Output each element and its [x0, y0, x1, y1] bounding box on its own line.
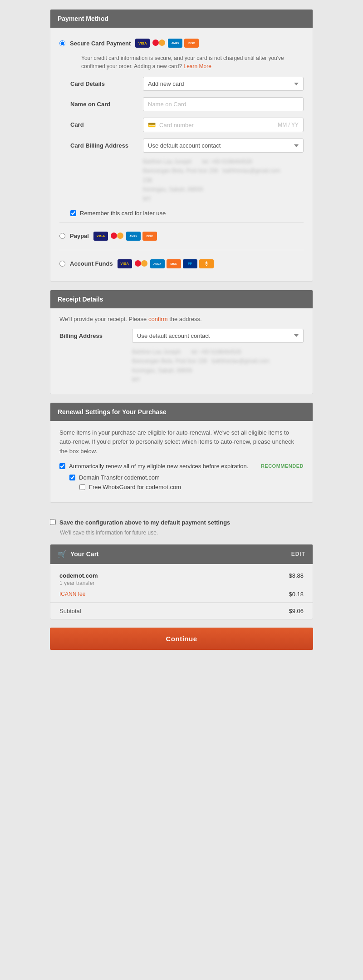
receipt-info-end: the address. — [169, 316, 202, 322]
cart-icann-fee-price: $0.18 — [289, 591, 304, 598]
remember-card-label: Remember this card for later use — [80, 210, 166, 217]
receipt-info-content: We'll provide your receipt. Please — [59, 316, 147, 322]
receipt-details-header: Receipt Details — [50, 290, 313, 308]
card-chip-icon: 💳 — [148, 121, 156, 129]
renewal-settings-header: Renewal Settings for Your Purchase — [50, 403, 313, 421]
account-funds-radio[interactable] — [59, 261, 65, 267]
domain-transfer-label: Domain Transfer codemot.com — [79, 474, 160, 481]
card-icons-secure: VISA AMEX DISC — [135, 39, 199, 48]
billing-address-label: Billing Address — [59, 329, 132, 339]
save-config-desc: We'll save this information for future u… — [60, 530, 313, 536]
discover-icon-af: DISC — [167, 259, 181, 268]
cart-title: Your Cart — [70, 550, 99, 558]
whoisguard-checkbox[interactable] — [79, 484, 85, 490]
domain-transfer-checkbox[interactable] — [69, 475, 75, 480]
card-billing-blurred-address: Bahfren Lau Joseph tel: +60 0198464528 B… — [143, 157, 304, 203]
receipt-blurred-line1: Bahfren Lau Joseph tel: +60 0198464528 — [132, 347, 304, 356]
cart-item-main: codemot.com 1 year transfer $8.88 — [59, 570, 304, 589]
blurred-line1: Bahfren Lau Joseph tel: +60 0198464528 — [143, 157, 304, 166]
blurred-line3: 238 — [143, 176, 304, 185]
blurred-line2: Bancangan Beta, Post box 238 bathfreniau… — [143, 166, 304, 175]
mastercard-icon — [152, 39, 166, 48]
mc-icon-paypal — [110, 232, 124, 241]
bitcoin-icon-af: ₿ — [199, 259, 214, 268]
card-details-row: Card Details Add new card — [70, 77, 304, 91]
cart-panel: 🛒 Your Cart EDIT codemot.com 1 year tran… — [50, 544, 313, 619]
cart-item-name: codemot.com — [59, 572, 98, 579]
amex-icon-af: AMEX — [150, 259, 165, 268]
blurred-line5: MY — [143, 194, 304, 203]
cart-icon: 🛒 — [58, 550, 67, 559]
continue-button[interactable]: Continue — [50, 628, 313, 650]
card-billing-address-control: Use default account contact Bahfren Lau … — [143, 139, 304, 203]
receipt-blurred-line4: MY — [132, 375, 304, 384]
cart-item-info: codemot.com 1 year transfer — [59, 572, 98, 587]
card-billing-address-select[interactable]: Use default account contact — [143, 139, 304, 153]
auto-renew-row: Automatically renew all of my eligible n… — [59, 463, 304, 470]
card-details-control: Add new card — [143, 77, 304, 91]
card-billing-address-row: Card Billing Address Use default account… — [70, 139, 304, 203]
name-on-card-row: Name on Card — [70, 97, 304, 111]
receipt-details-title: Receipt Details — [58, 296, 103, 303]
renewal-settings-panel: Renewal Settings for Your Purchase Some … — [50, 402, 313, 503]
cart-icann-fee-row: ICANN fee $0.18 — [59, 589, 304, 599]
learn-more-link[interactable]: Learn More — [183, 63, 211, 69]
discover-icon-paypal: DISC — [142, 232, 157, 241]
cart-header: 🛒 Your Cart EDIT — [50, 544, 313, 564]
renewal-settings-title: Renewal Settings for Your Purchase — [58, 408, 167, 416]
cart-item-description: 1 year transfer — [59, 580, 98, 586]
renewal-description: Some items in your purchase are eligible… — [59, 428, 304, 456]
cart-item-price: $8.88 — [289, 572, 304, 587]
blurred-line4: Keningau, Sabah, 89009 — [143, 185, 304, 194]
amex-icon: AMEX — [168, 39, 182, 48]
cart-subtotal-section: Subtotal $9.06 — [50, 603, 313, 619]
whoisguard-label: Free WhoisGuard for codemot.com — [89, 484, 181, 490]
card-details-select[interactable]: Add new card — [143, 77, 304, 91]
name-on-card-label: Name on Card — [70, 97, 143, 108]
card-number-wrap: 💳 MM / YY — [143, 118, 304, 132]
save-config-section: Save the configuration above to my defau… — [50, 511, 313, 536]
discover-icon: DISC — [184, 39, 199, 48]
visa-icon-paypal: VISA — [93, 232, 108, 241]
card-number-input[interactable] — [159, 122, 274, 129]
billing-address-row: Billing Address Use default account cont… — [59, 329, 304, 385]
payment-method-header: Payment Method — [50, 10, 313, 28]
secure-card-radio[interactable] — [59, 40, 65, 46]
save-config-checkbox[interactable] — [50, 519, 56, 525]
paypal-option[interactable]: Paypal VISA AMEX DISC — [59, 228, 304, 244]
cart-edit-button[interactable]: EDIT — [291, 551, 305, 557]
secure-card-info: Your credit card information is secure, … — [81, 54, 304, 70]
secure-card-label: Secure Card Payment — [70, 40, 131, 47]
secure-card-option[interactable]: Secure Card Payment VISA AMEX DISC — [59, 35, 304, 51]
renewal-sub-item-whois: Free WhoisGuard for codemot.com — [79, 484, 304, 490]
visa-icon: VISA — [135, 39, 150, 48]
card-icons-paypal: VISA AMEX DISC — [93, 232, 157, 241]
name-on-card-control — [143, 97, 304, 111]
secure-card-details: Your credit card information is secure, … — [70, 54, 304, 217]
recommended-badge: RECOMMENDED — [261, 463, 304, 469]
cart-item-section: codemot.com 1 year transfer $8.88 ICANN … — [50, 564, 313, 603]
card-expiry: MM / YY — [278, 122, 299, 128]
receipt-info-text: We'll provide your receipt. Please confi… — [59, 316, 304, 322]
cart-icann-fee-label[interactable]: ICANN fee — [59, 591, 85, 598]
auto-renew-checkbox[interactable] — [59, 463, 65, 469]
cart-subtotal-label: Subtotal — [59, 608, 81, 614]
card-billing-address-label: Card Billing Address — [70, 139, 143, 149]
receipt-confirm-link[interactable]: confirm — [148, 316, 168, 322]
receipt-blurred-address: Bahfren Lau Joseph tel: +60 0198464528 B… — [132, 347, 304, 385]
paypal-label: Paypal — [70, 233, 89, 239]
billing-address-select[interactable]: Use default account contact — [132, 329, 304, 343]
payment-method-title: Payment Method — [58, 15, 108, 22]
renewal-sub-item-domain: Domain Transfer codemot.com — [69, 474, 304, 481]
receipt-details-panel: Receipt Details We'll provide your recei… — [50, 290, 313, 394]
card-number-row: Card 💳 MM / YY — [70, 118, 304, 132]
card-label: Card — [70, 118, 143, 128]
remember-card-row: Remember this card for later use — [70, 210, 304, 217]
card-number-control: 💳 MM / YY — [143, 118, 304, 132]
paypal-radio[interactable] — [59, 233, 65, 239]
name-on-card-input[interactable] — [143, 97, 304, 111]
auto-renew-label: Automatically renew all of my eligible n… — [69, 463, 257, 470]
account-funds-option[interactable]: Account Funds VISA AMEX DISC PP ₿ — [59, 256, 304, 272]
remember-card-checkbox[interactable] — [70, 210, 76, 216]
receipt-blurred-line3: Keningau, Sabah, 89009 — [132, 366, 304, 375]
